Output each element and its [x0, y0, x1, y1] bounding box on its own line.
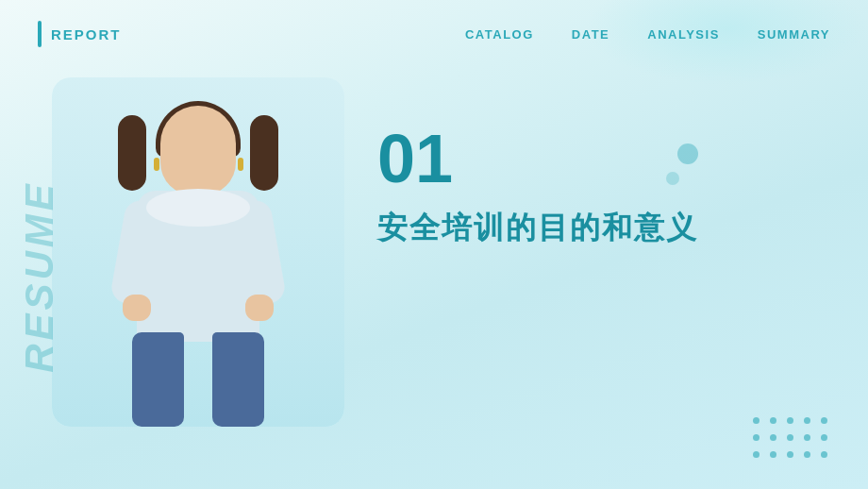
earring-left — [154, 158, 159, 171]
dot-13 — [787, 451, 793, 458]
dots-decoration — [753, 417, 830, 461]
nav-summary[interactable]: SUMMARY — [758, 27, 830, 42]
dot-6 — [753, 434, 760, 441]
hand-left — [123, 295, 151, 321]
vertical-text-container: RESUME — [17, 180, 62, 377]
header: REPORT CATALOG DATE ANALYSIS SUMMARY — [0, 0, 868, 68]
earring-right — [238, 158, 243, 171]
dot-8 — [787, 434, 793, 441]
person-figure — [104, 106, 292, 427]
section-title: 安全培训的目的和意义 — [377, 208, 811, 249]
head — [160, 106, 236, 195]
header-accent-bar — [38, 21, 42, 47]
slide: REPORT CATALOG DATE ANALYSIS SUMMARY RES… — [0, 0, 868, 489]
dot-12 — [770, 451, 776, 458]
image-card — [52, 77, 344, 427]
vertical-resume-text: RESUME — [17, 180, 62, 373]
dot-2 — [770, 417, 776, 424]
nav-analysis[interactable]: ANALYSIS — [647, 27, 720, 42]
hair-side-left — [118, 115, 146, 191]
collar — [146, 189, 250, 227]
dot-7 — [770, 434, 776, 441]
nav-catalog[interactable]: CATALOG — [465, 27, 534, 42]
right-content: 01 安全培训的目的和意义 — [377, 125, 811, 249]
nav-date[interactable]: DATE — [572, 27, 609, 42]
dot-11 — [753, 451, 760, 458]
header-nav: CATALOG DATE ANALYSIS SUMMARY — [465, 27, 830, 42]
pants-left — [132, 332, 184, 427]
dot-15 — [821, 451, 827, 458]
hair-side-right — [250, 115, 278, 191]
deco-circle-1 — [677, 143, 698, 164]
dot-10 — [821, 434, 827, 441]
deco-circle-2 — [666, 172, 679, 185]
report-label: REPORT — [51, 26, 122, 42]
header-left: REPORT — [38, 21, 122, 47]
person-container — [52, 77, 344, 427]
dot-1 — [753, 417, 760, 424]
dot-14 — [804, 451, 810, 458]
main-content: RESUME — [0, 68, 868, 489]
dot-3 — [787, 417, 793, 424]
pants-right — [212, 332, 264, 427]
section-number: 01 — [377, 125, 811, 193]
dot-5 — [821, 417, 827, 424]
hand-right — [245, 295, 274, 321]
dot-9 — [804, 434, 810, 441]
dot-4 — [804, 417, 810, 424]
